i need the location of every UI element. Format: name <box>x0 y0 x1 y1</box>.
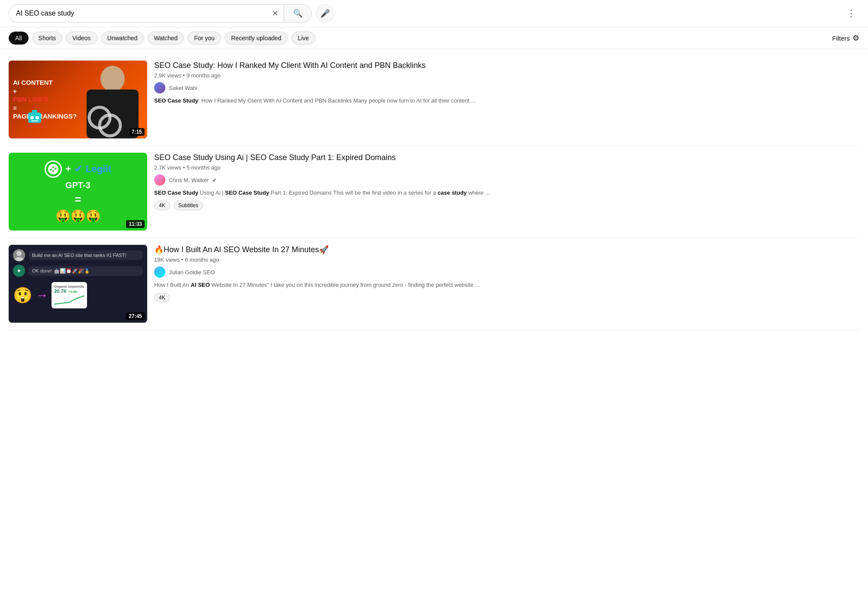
channel-name-2[interactable]: Chris M. Walker <box>169 177 209 183</box>
channel-row-3: Julian Goldie SEO <box>154 266 859 278</box>
more-icon: ⋮ <box>846 8 856 19</box>
thumb1-person <box>78 61 147 138</box>
channel-name-1[interactable]: Saket Wahi <box>169 85 197 91</box>
chip-all[interactable]: All <box>9 32 29 45</box>
chip-for-you[interactable]: For you <box>187 32 221 45</box>
chip-unwatched[interactable]: Unwatched <box>101 32 144 45</box>
chip-for-you-label: For you <box>194 35 214 42</box>
svg-point-7 <box>35 116 39 119</box>
chip-watched[interactable]: Watched <box>148 32 184 45</box>
chip-recently-uploaded-label: Recently uploaded <box>231 35 281 42</box>
thumb3-chart: Organic keywords 20.7K +3.8K <box>52 282 87 308</box>
legiit-logo-text: Legiit <box>86 164 111 175</box>
thumbnail-1[interactable]: AI CONTENT+PBN LINKS=PAGE 1 RANKINGS? <box>9 61 147 138</box>
svg-rect-5 <box>32 110 37 113</box>
thumbnail-3[interactable]: Build me an AI SEO site that ranks #1 FA… <box>9 245 147 323</box>
result-desc-3: How I Built An AI SEO Website In 27 Minu… <box>154 281 859 289</box>
result-meta-1: 2.9K views • 9 months ago <box>154 72 859 79</box>
filters-button[interactable]: Filters ⚙ <box>832 33 859 43</box>
chip-watched-label: Watched <box>154 35 178 42</box>
table-row: Build me an AI SEO site that ranks #1 FA… <box>9 238 859 330</box>
thumb2-gpt-label: GPT-3 <box>65 180 90 190</box>
result-info-2: SEO Case Study Using Ai | SEO Case Study… <box>154 153 859 210</box>
channel-name-3[interactable]: Julian Goldie SEO <box>169 269 215 276</box>
result-info-3: 🔥How I Built An AI SEO Website In 27 Min… <box>154 245 859 302</box>
channel-avatar-3 <box>154 266 165 278</box>
chip-shorts-label: Shorts <box>39 35 56 42</box>
clear-search-button[interactable]: ✕ <box>267 9 284 18</box>
chip-all-label: All <box>15 35 22 42</box>
thumb3-gpt-reply: OK done! 🤖📊⏰🚀🎉🏅 <box>29 266 143 276</box>
result-meta-3: 19K views • 6 months ago <box>154 257 859 263</box>
thumb1-text: AI CONTENT+PBN LINKS=PAGE 1 RANKINGS? <box>13 78 77 121</box>
channel-avatar-2 <box>154 174 165 186</box>
tag-4k-2: 4K <box>154 201 170 210</box>
thumb3-emoji: 😲 <box>13 286 32 305</box>
result-desc-2: SEO Case Study Using Ai | SEO Case Study… <box>154 189 859 197</box>
table-row: + ✔ Legiit GPT-3 = 🤑🤑🤑 11:33 SEO Case St… <box>9 146 859 238</box>
result-title-3[interactable]: 🔥How I Built An AI SEO Website In 27 Min… <box>154 245 859 255</box>
result-title-2[interactable]: SEO Case Study Using Ai | SEO Case Study… <box>154 153 859 163</box>
search-container: ✕ 🔍 <box>9 4 312 22</box>
duration-badge-1: 7:15 <box>129 128 145 136</box>
svg-rect-8 <box>31 120 38 122</box>
result-desc-1: SEO Case Study: How I Ranked My Client W… <box>154 97 859 105</box>
svg-point-0 <box>100 66 125 92</box>
svg-point-6 <box>30 116 34 119</box>
search-button[interactable]: 🔍 <box>284 4 311 22</box>
more-options-button[interactable]: ⋮ <box>843 6 859 21</box>
thumb3-user-avatar <box>13 249 25 261</box>
mic-icon: 🎤 <box>320 9 330 18</box>
filter-bar: All Shorts Videos Unwatched Watched For … <box>0 27 868 49</box>
thumb3-user-bubble: Build me an AI SEO site that ranks #1 FA… <box>29 250 143 260</box>
header: ✕ 🔍 🎤 ⋮ <box>0 0 868 27</box>
chip-videos[interactable]: Videos <box>66 32 97 45</box>
thumb3-gpt-icon: ✦ <box>13 265 25 277</box>
duration-badge-2: 11:33 <box>126 220 145 228</box>
thumbnail-2[interactable]: + ✔ Legiit GPT-3 = 🤑🤑🤑 11:33 <box>9 153 147 231</box>
thumb3-user-msg: Build me an AI SEO site that ranks #1 FA… <box>13 249 143 261</box>
chip-live-label: Live <box>298 35 309 42</box>
chip-recently-uploaded[interactable]: Recently uploaded <box>225 32 288 45</box>
chip-unwatched-label: Unwatched <box>107 35 138 42</box>
thumb3-bottom-row: 😲 → Organic keywords 20.7K +3.8K <box>13 282 143 308</box>
search-icon: 🔍 <box>293 9 303 18</box>
search-input[interactable] <box>9 10 267 17</box>
tag-subtitles: Subtitles <box>174 201 203 210</box>
openai-logo <box>45 160 62 178</box>
result-title-1[interactable]: SEO Case Study: How I Ranked My Client W… <box>154 61 859 71</box>
svg-point-10 <box>15 257 23 261</box>
chip-live[interactable]: Live <box>291 32 316 45</box>
chip-shorts[interactable]: Shorts <box>32 32 62 45</box>
thumb3-arrow: → <box>36 289 48 302</box>
mic-button[interactable]: 🎤 <box>316 4 334 22</box>
filters-label: Filters <box>832 35 850 42</box>
filters-icon: ⚙ <box>852 33 859 43</box>
thumb3-gpt-msg: ✦ OK done! 🤖📊⏰🚀🎉🏅 <box>13 265 143 277</box>
svg-point-9 <box>16 251 22 256</box>
verified-icon-2: ✔ <box>212 177 217 183</box>
result-info-1: SEO Case Study: How I Ranked My Client W… <box>154 61 859 105</box>
thumb2-emojis: 🤑🤑🤑 <box>55 209 101 223</box>
results-list: AI CONTENT+PBN LINKS=PAGE 1 RANKINGS? <box>0 49 868 334</box>
channel-row-1: Saket Wahi <box>154 82 859 93</box>
chip-videos-label: Videos <box>72 35 91 42</box>
channel-avatar-1 <box>154 82 165 93</box>
duration-badge-3: 27:45 <box>126 312 145 320</box>
tag-row-2: 4K Subtitles <box>154 201 859 210</box>
tag-row-3: 4K <box>154 293 859 302</box>
channel-row-2: Chris M. Walker ✔ <box>154 174 859 186</box>
result-meta-2: 2.7K views • 5 months ago <box>154 164 859 171</box>
thumb2-top: + ✔ Legiit <box>45 160 111 178</box>
clear-icon: ✕ <box>272 9 278 18</box>
table-row: AI CONTENT+PBN LINKS=PAGE 1 RANKINGS? <box>9 54 859 146</box>
tag-4k-3: 4K <box>154 293 170 302</box>
thumb2-equals: = <box>74 193 81 206</box>
